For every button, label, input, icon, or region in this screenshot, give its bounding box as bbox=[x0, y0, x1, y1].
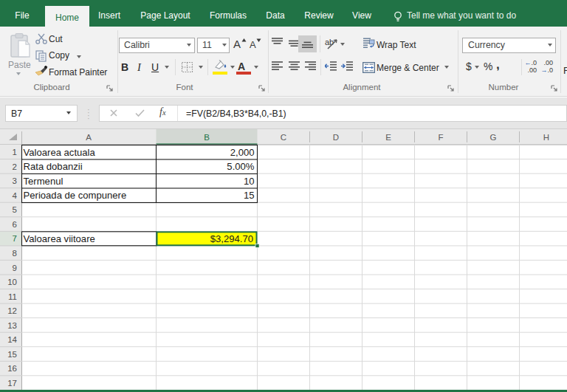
svg-text:Valoarea actuala: Valoarea actuala bbox=[24, 147, 96, 158]
svg-text:8: 8 bbox=[13, 249, 17, 258]
svg-text:17: 17 bbox=[7, 379, 17, 388]
svg-text:15: 15 bbox=[244, 190, 255, 201]
svg-text:2: 2 bbox=[13, 162, 17, 171]
svg-text:2,000: 2,000 bbox=[230, 147, 255, 158]
svg-text:3: 3 bbox=[13, 176, 17, 185]
svg-text:A: A bbox=[86, 133, 92, 142]
svg-text:4: 4 bbox=[13, 191, 18, 200]
svg-text:H: H bbox=[543, 133, 549, 142]
svg-text:C: C bbox=[281, 133, 286, 142]
svg-text:7: 7 bbox=[13, 234, 17, 243]
svg-text:10: 10 bbox=[7, 278, 17, 286]
svg-text:16: 16 bbox=[7, 364, 17, 373]
svg-text:Termenul: Termenul bbox=[24, 176, 63, 187]
svg-text:5.00%: 5.00% bbox=[227, 161, 254, 172]
svg-text:E: E bbox=[385, 133, 391, 142]
svg-text:F: F bbox=[438, 133, 443, 142]
svg-text:ab: ab bbox=[325, 38, 334, 47]
svg-text:15: 15 bbox=[7, 350, 17, 359]
svg-text:B: B bbox=[204, 133, 210, 142]
svg-text:1: 1 bbox=[13, 148, 17, 157]
svg-text:14: 14 bbox=[7, 335, 17, 344]
svg-text:9: 9 bbox=[13, 264, 17, 272]
svg-text:11: 11 bbox=[8, 292, 17, 301]
svg-text:12: 12 bbox=[7, 306, 17, 315]
svg-text:6: 6 bbox=[13, 220, 17, 229]
svg-text:D: D bbox=[333, 133, 339, 142]
svg-text:Valoarea viitoare: Valoarea viitoare bbox=[24, 233, 95, 244]
svg-text:Rata dobanzii: Rata dobanzii bbox=[24, 161, 83, 172]
svg-text:13: 13 bbox=[7, 321, 17, 330]
svg-text:5: 5 bbox=[13, 205, 17, 214]
svg-text:Perioada de compunere: Perioada de compunere bbox=[24, 190, 127, 201]
svg-text:10: 10 bbox=[244, 176, 255, 187]
svg-text:$3,294.70: $3,294.70 bbox=[210, 233, 253, 244]
svg-text:G: G bbox=[490, 133, 497, 142]
